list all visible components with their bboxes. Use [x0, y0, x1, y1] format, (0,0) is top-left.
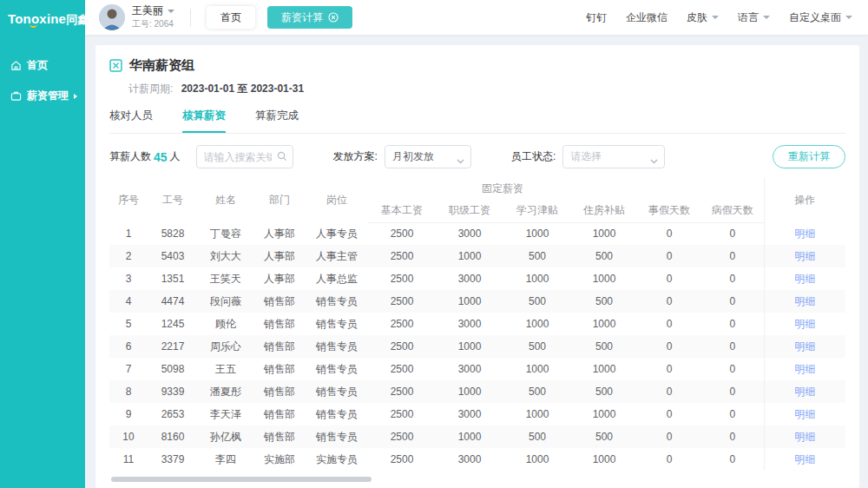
table-cell: 2500 — [368, 380, 436, 403]
salary-group-icon — [109, 59, 122, 72]
table-cell: 3379 — [148, 448, 198, 471]
count-unit: 人 — [170, 149, 181, 164]
plan-select[interactable]: 月初发放 — [385, 145, 471, 168]
sidebar-item-label: 薪资管理 — [27, 89, 69, 103]
chevron-down-icon — [457, 155, 464, 167]
detail-link[interactable]: 明细 — [794, 363, 815, 375]
detail-link[interactable]: 明细 — [794, 453, 815, 465]
table-cell: 8160 — [148, 425, 198, 448]
col-header: 序号 — [109, 177, 148, 222]
detail-link[interactable]: 明细 — [794, 386, 815, 398]
plan-label: 发放方案: — [333, 149, 378, 164]
topbar: 王美丽 工号: 2064 首页 薪资计算 钉钉企业微信皮肤语言自定义桌面 — [85, 0, 868, 35]
table-cell: 销售部 — [253, 290, 306, 313]
topbar-menu-label: 语言 — [738, 10, 759, 25]
table-row: 44474段问薇销售部销售专员2500100050050000明细 — [109, 290, 845, 313]
table-cell: 2217 — [148, 335, 198, 358]
table-cell: 3000 — [436, 448, 503, 471]
avatar[interactable] — [99, 4, 125, 30]
table-cell: 1245 — [148, 313, 198, 335]
close-icon[interactable] — [328, 12, 339, 23]
recalculate-button[interactable]: 重新计算 — [773, 145, 845, 168]
table-cell: 销售部 — [253, 425, 306, 448]
table-cell: 3000 — [436, 313, 503, 335]
detail-link[interactable]: 明细 — [794, 408, 815, 420]
table-cell: 1000 — [503, 448, 571, 471]
table-cell: 0 — [637, 448, 701, 471]
table-cell: 销售部 — [253, 358, 306, 380]
table-cell: 9 — [109, 403, 148, 425]
table-cell: 2500 — [368, 448, 436, 471]
table-cell: 人事总监 — [306, 267, 368, 290]
detail-link[interactable]: 明细 — [794, 318, 815, 330]
table-cell: 销售专员 — [306, 313, 368, 335]
detail-link[interactable]: 明细 — [794, 228, 815, 240]
table-cell: 段问薇 — [198, 290, 253, 313]
table-cell: 0 — [701, 380, 764, 403]
table-cell-action: 明细 — [764, 380, 845, 403]
table-cell: 0 — [637, 267, 701, 290]
table-cell: 3000 — [436, 267, 503, 290]
scrollbar-thumb[interactable] — [111, 477, 372, 482]
table-cell: 1000 — [436, 380, 503, 403]
detail-link[interactable]: 明细 — [794, 295, 815, 307]
table-row: 25403刘大大人事部人事主管2500100050050000明细 — [109, 245, 845, 267]
table-cell: 孙亿枫 — [198, 425, 253, 448]
table-cell: 0 — [701, 222, 764, 245]
topbar-menu-item[interactable]: 自定义桌面 — [789, 10, 852, 25]
topbar-menu-item[interactable]: 皮肤 — [687, 10, 719, 25]
table-cell-action: 明细 — [764, 267, 845, 290]
table-cell: 2500 — [368, 290, 436, 313]
tab-calculate-salary[interactable]: 核算薪资 — [182, 109, 226, 133]
sidebar-item-home[interactable]: 首页 — [0, 50, 85, 81]
table-cell: 0 — [637, 222, 701, 245]
table-cell: 1000 — [571, 313, 637, 335]
topbar-menu-label: 企业微信 — [626, 10, 667, 25]
table-cell: 销售专员 — [306, 403, 368, 425]
topbar-menu-item[interactable]: 企业微信 — [626, 10, 667, 25]
workflow-tabs: 核对人员 核算薪资 算薪完成 — [109, 109, 845, 134]
tab-verify-staff[interactable]: 核对人员 — [109, 109, 153, 133]
detail-link[interactable]: 明细 — [794, 273, 815, 285]
table-cell: 3000 — [436, 403, 503, 425]
table-cell: 1000 — [436, 290, 503, 313]
topbar-menu-label: 钉钉 — [586, 10, 607, 25]
table-cell: 1 — [109, 222, 148, 245]
topbar-menu-item[interactable]: 语言 — [738, 10, 770, 25]
table-cell: 3000 — [436, 222, 503, 245]
tab-calc-complete[interactable]: 算薪完成 — [255, 109, 299, 133]
table-cell: 周乐心 — [198, 335, 253, 358]
topbar-menu-item[interactable]: 钉钉 — [586, 10, 607, 25]
table-row: 89339潘夏彤销售部销售专员2500100050050000明细 — [109, 380, 845, 403]
user-id: 工号: 2064 — [132, 19, 174, 30]
table-cell: 6 — [109, 335, 148, 358]
table-cell: 2500 — [368, 245, 436, 267]
app-window: Tonoxine同鑫 首页 薪资管理 — [0, 0, 868, 488]
table-cell: 实施专员 — [306, 448, 368, 471]
table-cell: 2500 — [368, 222, 436, 245]
detail-link[interactable]: 明细 — [794, 340, 815, 353]
table-cell: 500 — [503, 425, 571, 448]
table-cell: 0 — [701, 403, 764, 425]
topbar-menu-label: 皮肤 — [687, 10, 707, 25]
table-row: 15828丁曼容人事部人事专员250030001000100000明细 — [109, 222, 845, 245]
table-cell: 0 — [701, 425, 764, 448]
session-tab-home[interactable]: 首页 — [207, 6, 255, 29]
table-cell: 10 — [109, 425, 148, 448]
user-menu[interactable]: 王美丽 — [132, 5, 174, 17]
table-cell: 刘大大 — [198, 245, 253, 267]
table-cell: 500 — [571, 380, 637, 403]
table-row: 75098王五销售部销售专员250030001000100000明细 — [109, 358, 845, 380]
table-cell-action: 明细 — [764, 425, 845, 448]
table-cell: 人事主管 — [306, 245, 368, 267]
topbar-right-menu: 钉钉企业微信皮肤语言自定义桌面 — [586, 10, 852, 25]
sidebar-item-payroll[interactable]: 薪资管理 — [0, 81, 85, 111]
table-cell: 销售部 — [253, 380, 306, 403]
detail-link[interactable]: 明细 — [794, 250, 815, 262]
group-header-fixed-salary: 固定薪资 — [368, 177, 637, 200]
status-select[interactable]: 请选择 — [562, 145, 665, 168]
plan-select-value: 月初发放 — [392, 149, 434, 164]
detail-link[interactable]: 明细 — [794, 431, 815, 443]
table-cell: 1000 — [503, 267, 571, 290]
session-tab-payroll-calc[interactable]: 薪资计算 — [267, 6, 352, 29]
